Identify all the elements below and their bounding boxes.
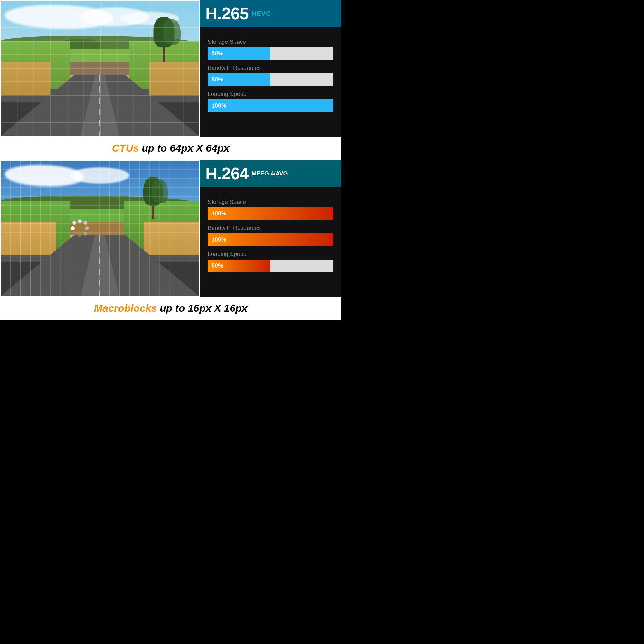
h265-section: H.265 HEVC Storage Space 50% Bandwith Re… <box>0 0 341 137</box>
h265-bandwidth-label: Bandwith Resources <box>208 65 333 71</box>
h264-loading-bar: 50% <box>208 260 333 272</box>
h265-loading-bar: 100% <box>208 99 333 112</box>
ctu-highlight: CTUs <box>112 142 139 154</box>
h265-road-image <box>1 1 199 136</box>
h265-header: H.265 HEVC <box>200 0 341 27</box>
h264-loading-label: Loading Speed <box>208 251 333 258</box>
h265-info-panel: H.265 HEVC Storage Space 50% Bandwith Re… <box>200 0 341 137</box>
h264-header: H.264 MPEG-4/AVG <box>200 160 341 187</box>
svg-point-33 <box>72 221 76 225</box>
ctu-divider: CTUs up to 64px X 64px <box>0 137 341 160</box>
macro-desc: up to 16px X 16px <box>157 302 247 314</box>
h265-storage-fill: 50% <box>208 47 270 60</box>
h264-bandwidth-label: Bandwith Resources <box>208 225 333 232</box>
svg-point-29 <box>83 232 87 236</box>
h265-subtitle: HEVC <box>252 10 271 17</box>
h264-info-panel: H.264 MPEG-4/AVG Storage Space 100% Band… <box>200 160 341 297</box>
h265-title: H.265 <box>205 4 249 23</box>
h264-storage-bar: 100% <box>208 207 333 220</box>
h264-bandwidth-fill: 100% <box>208 233 333 246</box>
h265-bandwidth-bar: 50% <box>208 73 333 86</box>
h265-loading-fill: 100% <box>208 99 333 112</box>
svg-point-31 <box>72 232 76 236</box>
h265-image-panel <box>0 0 200 137</box>
h265-storage-bar: 50% <box>208 47 333 60</box>
svg-point-28 <box>85 226 89 230</box>
ctu-desc: up to 64px X 64px <box>139 142 229 154</box>
macroblock-divider: Macroblocks up to 16px X 16px <box>0 297 341 320</box>
h264-image-panel <box>0 160 200 297</box>
h264-section: H.264 MPEG-4/AVG Storage Space 100% Band… <box>0 160 341 297</box>
svg-point-27 <box>83 221 87 225</box>
macro-highlight: Macroblocks <box>94 302 157 314</box>
h264-subtitle: MPEG-4/AVG <box>252 170 288 177</box>
h264-road-image <box>1 161 199 296</box>
svg-point-26 <box>78 219 82 223</box>
h264-loading-spinner <box>70 219 90 238</box>
h265-loading-label: Loading Speed <box>208 91 333 98</box>
h264-loading-fill: 50% <box>208 260 270 272</box>
svg-point-30 <box>78 233 82 237</box>
ctu-divider-text: CTUs up to 64px X 64px <box>112 142 230 154</box>
h264-storage-fill: 100% <box>208 207 333 220</box>
h264-bandwidth-bar: 100% <box>208 233 333 246</box>
svg-point-32 <box>71 226 75 230</box>
h265-storage-label: Storage Space <box>208 39 333 45</box>
macroblock-divider-text: Macroblocks up to 16px X 16px <box>94 302 248 314</box>
h264-title: H.264 <box>205 164 249 183</box>
h265-bandwidth-fill: 50% <box>208 73 270 86</box>
h264-storage-label: Storage Space <box>208 199 333 205</box>
